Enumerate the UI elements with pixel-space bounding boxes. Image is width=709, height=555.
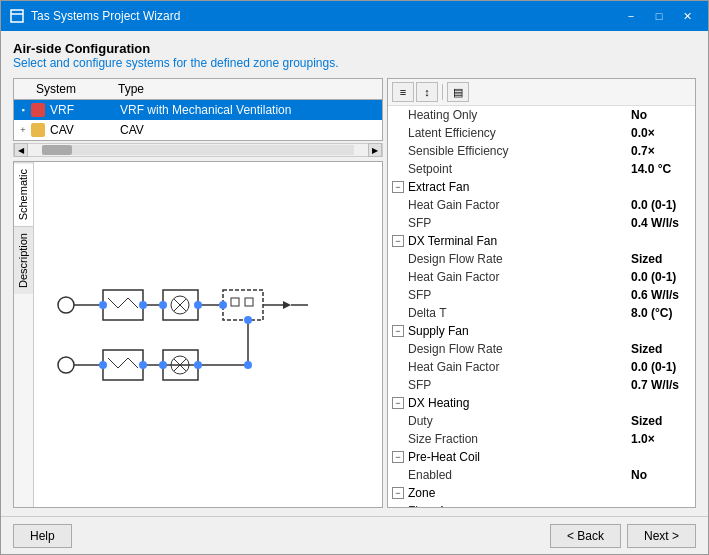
schematic-tab[interactable]: Schematic — [14, 162, 33, 226]
window-controls: − □ ✕ — [618, 6, 700, 26]
prop-value: 0.0 (0-1) — [631, 360, 691, 374]
prop-row: Latent Efficiency 0.0× — [388, 124, 695, 142]
cav-type: CAV — [120, 123, 382, 137]
prop-name: Heat Gain Factor — [408, 360, 631, 374]
toolbar-list-btn[interactable]: ≡ — [392, 82, 414, 102]
prop-value: 0.7× — [631, 144, 691, 158]
schematic-tabs: Schematic Description — [14, 162, 34, 507]
prop-section-dx-heating[interactable]: − DX Heating — [388, 394, 695, 412]
help-button[interactable]: Help — [13, 524, 72, 548]
prop-row: Duty Sized — [388, 412, 695, 430]
prop-row: Heating Only No — [388, 106, 695, 124]
collapse-extract-fan[interactable]: − — [392, 181, 404, 193]
horizontal-scrollbar[interactable]: ◀ ▶ — [13, 143, 383, 157]
prop-row: Size Fraction 1.0× — [388, 430, 695, 448]
section-label: Zone — [408, 486, 435, 500]
scroll-right-arrow[interactable]: ▶ — [368, 143, 382, 157]
prop-value: Sized — [631, 414, 691, 428]
row-expander-vrf[interactable]: ▪ — [16, 103, 30, 117]
collapse-zone[interactable]: − — [392, 487, 404, 499]
svg-rect-18 — [245, 298, 253, 306]
system-table: System Type ▪ VRF VRF with Mechanical Ve… — [13, 78, 383, 141]
svg-point-33 — [159, 361, 167, 369]
cav-icon — [30, 122, 46, 138]
schematic-svg — [48, 270, 368, 400]
collapse-preheat[interactable]: − — [392, 451, 404, 463]
prop-name: Heat Gain Factor — [408, 198, 631, 212]
prop-value: No — [631, 108, 691, 122]
svg-rect-7 — [103, 350, 143, 380]
prop-row: Sensible Efficiency 0.7× — [388, 142, 695, 160]
header: Air-side Configuration Select and config… — [13, 41, 696, 70]
prop-name: Sensible Efficiency — [408, 144, 631, 158]
prop-name: SFP — [408, 378, 631, 392]
schematic-panel: Schematic Description — [13, 161, 383, 508]
section-label: DX Heating — [408, 396, 469, 410]
prop-section-zone[interactable]: − Zone — [388, 484, 695, 502]
section-label: Supply Fan — [408, 324, 469, 338]
prop-row: SFP 0.7 W/l/s — [388, 376, 695, 394]
svg-point-29 — [194, 301, 202, 309]
schematic-content — [34, 162, 382, 507]
collapse-dx-heating[interactable]: − — [392, 397, 404, 409]
table-row[interactable]: + CAV CAV — [14, 120, 382, 140]
scroll-left-arrow[interactable]: ◀ — [14, 143, 28, 157]
prop-name: Delta T — [408, 306, 631, 320]
prop-row: Heat Gain Factor 0.0 (0-1) — [388, 196, 695, 214]
prop-name: Enabled — [408, 468, 631, 482]
collapse-dx-terminal[interactable]: − — [392, 235, 404, 247]
prop-value: 8.0 (°C) — [631, 306, 691, 320]
back-button[interactable]: < Back — [550, 524, 621, 548]
row-expander-cav[interactable]: + — [16, 123, 30, 137]
description-tab[interactable]: Description — [14, 226, 33, 294]
svg-rect-6 — [103, 290, 143, 320]
prop-row: Delta T 8.0 (°C) — [388, 304, 695, 322]
toolbar-sort-btn[interactable]: ↕ — [416, 82, 438, 102]
scroll-track — [42, 145, 354, 155]
svg-point-2 — [58, 297, 74, 313]
prop-row: Floor Area — [388, 502, 695, 507]
svg-point-3 — [58, 357, 74, 373]
prop-value: 14.0 °C — [631, 162, 691, 176]
svg-point-35 — [244, 361, 252, 369]
svg-point-30 — [219, 301, 227, 309]
prop-section-preheat[interactable]: − Pre-Heat Coil — [388, 448, 695, 466]
main-window: Tas Systems Project Wizard − □ ✕ Air-sid… — [0, 0, 709, 555]
page-subtitle: Select and configure systems for the def… — [13, 56, 696, 70]
prop-name: SFP — [408, 288, 631, 302]
maximize-button[interactable]: □ — [646, 6, 672, 26]
left-panel: System Type ▪ VRF VRF with Mechanical Ve… — [13, 78, 383, 508]
svg-point-26 — [99, 301, 107, 309]
scroll-thumb[interactable] — [42, 145, 72, 155]
close-button[interactable]: ✕ — [674, 6, 700, 26]
col-type-header: Type — [114, 82, 382, 96]
minimize-button[interactable]: − — [618, 6, 644, 26]
table-row[interactable]: ▪ VRF VRF with Mechanical Ventilation — [14, 100, 382, 120]
page-title: Air-side Configuration — [13, 41, 696, 56]
svg-point-36 — [244, 316, 252, 324]
bottom-bar: Help < Back Next > — [1, 516, 708, 554]
prop-name: Size Fraction — [408, 432, 631, 446]
prop-section-dx-terminal[interactable]: − DX Terminal Fan — [388, 232, 695, 250]
prop-name: Heating Only — [408, 108, 631, 122]
toolbar-filter-btn[interactable]: ▤ — [447, 82, 469, 102]
props-list[interactable]: Heating Only No Latent Efficiency 0.0× S… — [388, 106, 695, 507]
next-button[interactable]: Next > — [627, 524, 696, 548]
svg-point-34 — [194, 361, 202, 369]
vrf-name: VRF — [50, 103, 120, 117]
prop-row: Enabled No — [388, 466, 695, 484]
prop-section-supply-fan[interactable]: − Supply Fan — [388, 322, 695, 340]
collapse-supply-fan[interactable]: − — [392, 325, 404, 337]
svg-point-28 — [159, 301, 167, 309]
prop-value: 0.0× — [631, 126, 691, 140]
section-label: Extract Fan — [408, 180, 469, 194]
prop-section-extract-fan[interactable]: − Extract Fan — [388, 178, 695, 196]
svg-point-31 — [99, 361, 107, 369]
prop-row: Setpoint 14.0 °C — [388, 160, 695, 178]
vrf-type: VRF with Mechanical Ventilation — [120, 103, 382, 117]
prop-name: Duty — [408, 414, 631, 428]
right-toolbar: ≡ ↕ ▤ — [388, 79, 695, 106]
prop-value: 0.4 W/l/s — [631, 216, 691, 230]
window-title: Tas Systems Project Wizard — [31, 9, 618, 23]
title-bar: Tas Systems Project Wizard − □ ✕ — [1, 1, 708, 31]
